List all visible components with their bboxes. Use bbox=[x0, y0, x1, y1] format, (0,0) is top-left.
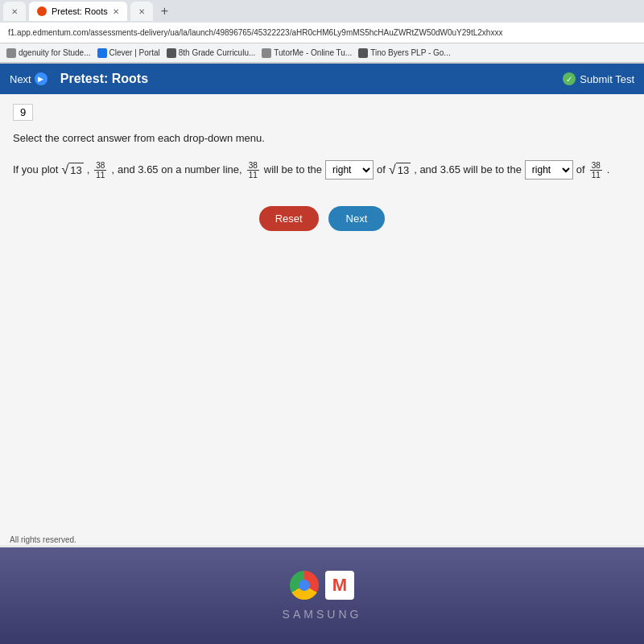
main-content: 9 Select the correct answer from each dr… bbox=[0, 94, 644, 545]
address-bar[interactable]: f1.app.edmentum.com/assessments-delivery… bbox=[0, 23, 644, 43]
bookmark-label-8thgrade: 8th Grade Curriculu... bbox=[179, 48, 256, 57]
header-next-label: Next bbox=[10, 73, 31, 85]
bookmark-icon-8thgrade bbox=[167, 48, 176, 58]
tab-close-active[interactable]: ✕ bbox=[113, 7, 119, 16]
question-instruction: Select the correct answer from each drop… bbox=[13, 132, 631, 144]
app-header: Next ▶ Pretest: Roots ✓ Submit Test bbox=[0, 64, 644, 94]
submit-test-button[interactable]: ✓ Submit Test bbox=[563, 72, 634, 85]
bookmark-tutorme[interactable]: TutorMe - Online Tu... bbox=[262, 48, 352, 58]
bookmark-icon-tino bbox=[358, 48, 368, 58]
tab-bar: ✕ Pretest: Roots ✕ ✕ + bbox=[0, 0, 644, 23]
tab-inactive-1[interactable]: ✕ bbox=[3, 2, 26, 21]
new-tab-button[interactable]: + bbox=[156, 4, 173, 19]
bookmark-icon-clever bbox=[97, 48, 107, 58]
reset-button[interactable]: Reset bbox=[259, 206, 319, 231]
question-body: If you plot √13 , 38 11 , and 3.65 on a … bbox=[13, 159, 631, 182]
next-button[interactable]: Next bbox=[328, 206, 386, 231]
bookmark-label-dgenuity: dgenuity for Stude... bbox=[19, 48, 91, 57]
comma-1: , bbox=[87, 159, 90, 182]
bookmark-label-clever: Clever | Portal bbox=[109, 48, 160, 57]
comma-3: , and 3.65 will be to the bbox=[414, 159, 522, 182]
app-title: Pretest: Roots bbox=[60, 72, 564, 86]
bookmark-clever[interactable]: Clever | Portal bbox=[97, 48, 160, 58]
taskbar: M SAMSUNG bbox=[0, 547, 644, 644]
footer-text: All rights reserved. bbox=[10, 535, 76, 544]
bookmark-icon-tutorme bbox=[262, 48, 271, 58]
taskbar-icons: M bbox=[290, 571, 354, 600]
bookmark-8thgrade[interactable]: 8th Grade Curriculu... bbox=[167, 48, 256, 58]
action-buttons: Reset Next bbox=[13, 206, 631, 231]
tab-close-2[interactable]: ✕ bbox=[138, 7, 145, 16]
bookmark-tino[interactable]: Tino Byers PLP - Go... bbox=[358, 48, 450, 58]
dropdown-1[interactable]: right left bbox=[325, 160, 374, 180]
bookmark-label-tino: Tino Byers PLP - Go... bbox=[370, 48, 450, 57]
bookmarks-bar: dgenuity for Stude... Clever | Portal 8t… bbox=[0, 43, 644, 63]
frac-38-11-first: 38 11 bbox=[94, 161, 106, 180]
chrome-icon[interactable] bbox=[290, 571, 319, 600]
will-be-to-the: will be to the bbox=[264, 159, 322, 182]
tab-close-1[interactable]: ✕ bbox=[11, 7, 18, 16]
footer: All rights reserved. bbox=[0, 532, 644, 547]
submit-label: Submit Test bbox=[580, 73, 634, 85]
samsung-label: SAMSUNG bbox=[283, 608, 362, 621]
of-11-prefix: of bbox=[576, 159, 585, 182]
tab-active[interactable]: Pretest: Roots ✕ bbox=[29, 2, 127, 21]
bookmark-label-tutorme: TutorMe - Online Tu... bbox=[274, 48, 352, 57]
url-text: f1.app.edmentum.com/assessments-delivery… bbox=[8, 28, 502, 37]
of-sqrt13: of bbox=[377, 159, 386, 182]
frac-38-11-third: 38 11 bbox=[590, 161, 602, 180]
gmail-icon[interactable]: M bbox=[325, 571, 354, 600]
browser-chrome: ✕ Pretest: Roots ✕ ✕ + f1.app.edmentum.c… bbox=[0, 0, 644, 64]
frac-38-11-second: 38 11 bbox=[247, 161, 259, 180]
bookmark-dgenuity[interactable]: dgenuity for Stude... bbox=[6, 48, 91, 58]
body-prefix: If you plot bbox=[13, 159, 58, 182]
question-number: 9 bbox=[13, 104, 33, 121]
tab-title: Pretest: Roots bbox=[52, 6, 108, 16]
tab-favicon bbox=[37, 6, 47, 16]
comma-2: , bbox=[111, 159, 114, 182]
header-next-button[interactable]: Next ▶ bbox=[10, 72, 47, 85]
tab-inactive-2[interactable]: ✕ bbox=[130, 2, 153, 21]
bookmark-icon-dgenuity bbox=[6, 48, 16, 58]
sqrt-13: √13 bbox=[61, 163, 83, 178]
next-circle-icon: ▶ bbox=[35, 72, 47, 85]
dropdown-2[interactable]: right left bbox=[525, 160, 573, 180]
sqrt-13-second: √13 bbox=[389, 163, 411, 178]
period: . bbox=[607, 159, 610, 182]
submit-check-icon: ✓ bbox=[563, 72, 576, 85]
and-365: and 3.65 on a number line, bbox=[118, 159, 242, 182]
